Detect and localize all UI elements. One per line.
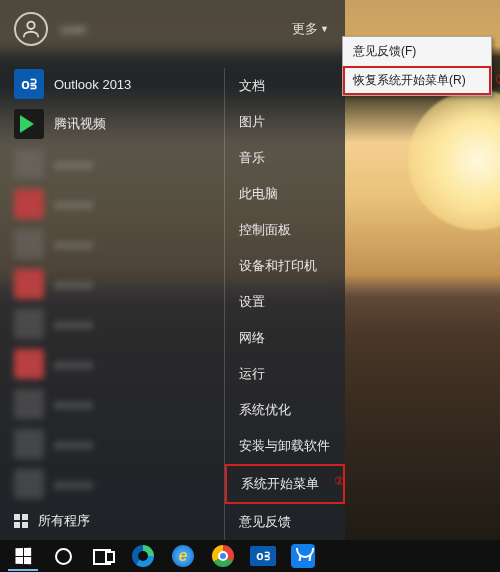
outlook-icon: o⫖ (250, 546, 276, 566)
app-label: xxxxxx (54, 277, 93, 292)
cat-music[interactable]: 音乐 (225, 140, 345, 176)
cat-label: 系统开始菜单 (241, 476, 319, 491)
task-view-icon (93, 549, 113, 563)
ctx-restore-start-menu[interactable]: 恢复系统开始菜单(R) ① (343, 66, 491, 95)
edge-icon (132, 545, 154, 567)
taskbar-start-button[interactable] (4, 541, 42, 571)
app-icon (14, 389, 44, 419)
chevron-down-icon: ▼ (320, 24, 329, 34)
app-label: xxxxxx (54, 237, 93, 252)
more-context-menu: 意见反馈(F) 恢复系统开始菜单(R) ① (342, 36, 492, 96)
start-menu-panel: user 更多 ▼ o⫖ Outlook 2013 腾讯视频 xxxxxx xx… (0, 0, 345, 540)
svg-point-0 (27, 22, 34, 29)
taskbar-cortana[interactable] (44, 541, 82, 571)
ie-icon: e (172, 545, 194, 567)
cat-this-pc[interactable]: 此电脑 (225, 176, 345, 212)
cat-install-uninstall[interactable]: 安装与卸载软件 (225, 428, 345, 464)
app-label: Outlook 2013 (54, 77, 131, 92)
apps-column: o⫖ Outlook 2013 腾讯视频 xxxxxx xxxxxx xxxxx… (0, 58, 224, 540)
app-label: xxxxxx (54, 357, 93, 372)
app-placeholder[interactable]: xxxxxx (0, 184, 224, 224)
app-placeholder[interactable]: xxxxxx (0, 464, 224, 504)
taskbar: e o⫖ (0, 540, 500, 572)
app-label: xxxxxx (54, 317, 93, 332)
app-placeholder[interactable]: xxxxxx (0, 384, 224, 424)
annotation-badge-1: ① (495, 72, 500, 88)
chrome-icon (212, 545, 234, 567)
app-label: xxxxxx (54, 477, 93, 492)
ctx-feedback[interactable]: 意见反馈(F) (343, 37, 491, 66)
all-programs-button[interactable]: 所有程序 (0, 504, 224, 538)
cat-pictures[interactable]: 图片 (225, 104, 345, 140)
app-label: xxxxxx (54, 397, 93, 412)
user-avatar[interactable] (14, 12, 48, 46)
app-placeholder[interactable]: xxxxxx (0, 144, 224, 184)
shield-icon (291, 544, 315, 568)
tencent-video-icon (14, 109, 44, 139)
taskbar-task-view[interactable] (84, 541, 122, 571)
app-icon (14, 309, 44, 339)
outlook-icon: o⫖ (14, 69, 44, 99)
cortana-icon (55, 548, 72, 565)
taskbar-chrome[interactable] (204, 541, 242, 571)
app-placeholder[interactable]: xxxxxx (0, 344, 224, 384)
app-placeholder[interactable]: xxxxxx (0, 304, 224, 344)
more-label: 更多 (292, 20, 318, 38)
app-outlook[interactable]: o⫖ Outlook 2013 (0, 64, 224, 104)
start-menu-body: o⫖ Outlook 2013 腾讯视频 xxxxxx xxxxxx xxxxx… (0, 58, 345, 540)
categories-column: 文档 图片 音乐 此电脑 控制面板 设备和打印机 设置 网络 运行 系统优化 安… (224, 58, 345, 540)
all-programs-label: 所有程序 (38, 512, 90, 530)
taskbar-edge[interactable] (124, 541, 162, 571)
app-icon (14, 149, 44, 179)
cat-settings[interactable]: 设置 (225, 284, 345, 320)
windows-icon (15, 548, 31, 565)
app-label: xxxxxx (54, 197, 93, 212)
cat-control-panel[interactable]: 控制面板 (225, 212, 345, 248)
app-placeholder[interactable]: xxxxxx (0, 424, 224, 464)
app-icon (14, 469, 44, 499)
cat-run[interactable]: 运行 (225, 356, 345, 392)
app-tencent-video[interactable]: 腾讯视频 (0, 104, 224, 144)
taskbar-ie[interactable]: e (164, 541, 202, 571)
app-icon (14, 269, 44, 299)
taskbar-outlook[interactable]: o⫖ (244, 541, 282, 571)
more-button[interactable]: 更多 ▼ (292, 20, 329, 38)
annotation-badge-2: ② (334, 474, 345, 489)
cat-network[interactable]: 网络 (225, 320, 345, 356)
cat-system-optimize[interactable]: 系统优化 (225, 392, 345, 428)
app-label: xxxxxx (54, 437, 93, 452)
app-label: xxxxxx (54, 157, 93, 172)
app-icon (14, 189, 44, 219)
cat-system-start-menu[interactable]: 系统开始菜单 ② (225, 464, 345, 504)
app-placeholder[interactable]: xxxxxx (0, 264, 224, 304)
app-label: 腾讯视频 (54, 115, 106, 133)
app-icon (14, 229, 44, 259)
username-label: user (60, 21, 280, 37)
taskbar-qq-guanjia[interactable] (284, 541, 322, 571)
ctx-label: 恢复系统开始菜单(R) (353, 73, 466, 87)
start-menu-header: user 更多 ▼ (0, 0, 345, 58)
category-list: 文档 图片 音乐 此电脑 控制面板 设备和打印机 设置 网络 运行 系统优化 安… (224, 68, 345, 540)
cat-devices-printers[interactable]: 设备和打印机 (225, 248, 345, 284)
app-icon (14, 429, 44, 459)
cat-documents[interactable]: 文档 (225, 68, 345, 104)
app-icon (14, 349, 44, 379)
app-placeholder[interactable]: xxxxxx (0, 224, 224, 264)
grid-icon (14, 514, 28, 528)
person-icon (20, 18, 42, 40)
cat-feedback[interactable]: 意见反馈 (225, 504, 345, 540)
